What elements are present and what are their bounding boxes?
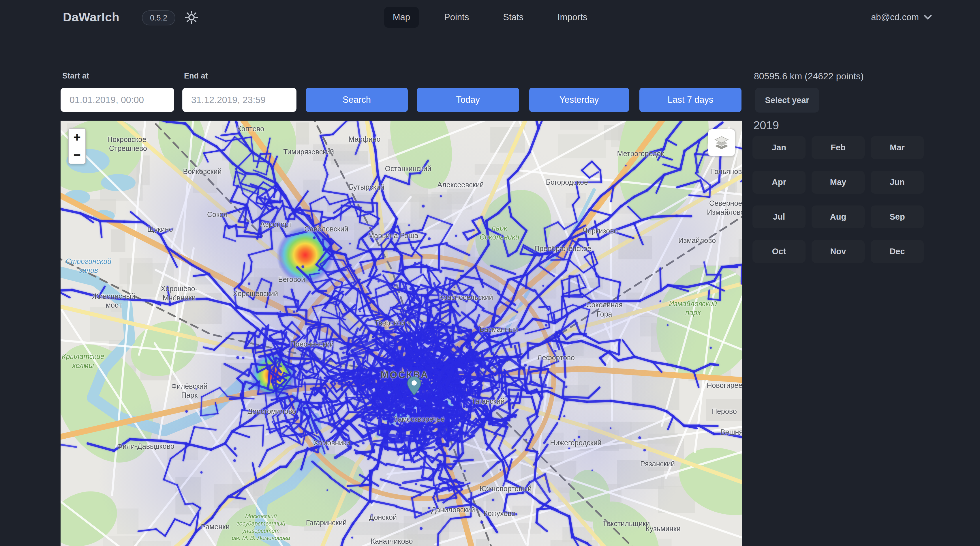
header: DaWarIch 0.5.2 Map Points Stats Imports … (0, 0, 980, 35)
start-date-input[interactable] (60, 88, 174, 112)
month-button-jan[interactable]: Jan (752, 136, 805, 159)
month-button-may[interactable]: May (811, 171, 865, 194)
month-button-feb[interactable]: Feb (811, 136, 865, 159)
sidebar-divider (752, 273, 924, 273)
month-grid: Jan Feb Mar Apr May Jun Jul Aug Sep Oct … (752, 136, 924, 263)
end-date-input[interactable] (182, 88, 296, 112)
map-canvas[interactable] (60, 121, 742, 546)
map-zoom-control: + − (68, 128, 86, 164)
start-at-label: Start at (62, 72, 89, 80)
today-button[interactable]: Today (417, 88, 519, 112)
zoom-in-button[interactable]: + (68, 129, 85, 146)
month-button-dec[interactable]: Dec (871, 240, 924, 263)
month-button-aug[interactable]: Aug (811, 206, 865, 228)
last-7-days-button[interactable]: Last 7 days (640, 88, 741, 112)
zoom-out-button[interactable]: − (68, 146, 85, 164)
month-button-mar[interactable]: Mar (871, 136, 924, 159)
layers-icon (713, 134, 730, 151)
year-heading: 2019 (753, 119, 779, 132)
month-button-jun[interactable]: Jun (871, 171, 924, 194)
distance-stats: 80595.6 km (24622 points) (754, 71, 864, 81)
tab-map[interactable]: Map (384, 7, 419, 28)
end-at-label: End at (184, 72, 208, 80)
search-button[interactable]: Search (306, 88, 408, 112)
layers-control-button[interactable] (708, 129, 735, 156)
yesterday-button[interactable]: Yesterday (529, 88, 629, 112)
tab-stats[interactable]: Stats (494, 7, 532, 28)
dawarich-app: DaWarIch 0.5.2 Map Points Stats Imports … (0, 0, 980, 546)
month-button-jul[interactable]: Jul (752, 206, 805, 228)
account-menu[interactable]: ab@cd.com (871, 0, 932, 35)
account-email: ab@cd.com (871, 12, 919, 22)
month-button-nov[interactable]: Nov (811, 240, 865, 263)
month-button-sep[interactable]: Sep (871, 206, 924, 228)
tab-points[interactable]: Points (436, 7, 477, 28)
tab-imports[interactable]: Imports (549, 7, 596, 28)
month-button-oct[interactable]: Oct (752, 240, 805, 263)
map-view[interactable]: Покровское- СтрешневоКоптевоТимирязевски… (60, 121, 742, 546)
select-year-button[interactable]: Select year (755, 88, 819, 113)
month-button-apr[interactable]: Apr (752, 171, 805, 194)
map-marker-pin[interactable] (407, 376, 422, 397)
chevron-down-icon (923, 14, 932, 20)
main-nav: Map Points Stats Imports (0, 0, 980, 35)
